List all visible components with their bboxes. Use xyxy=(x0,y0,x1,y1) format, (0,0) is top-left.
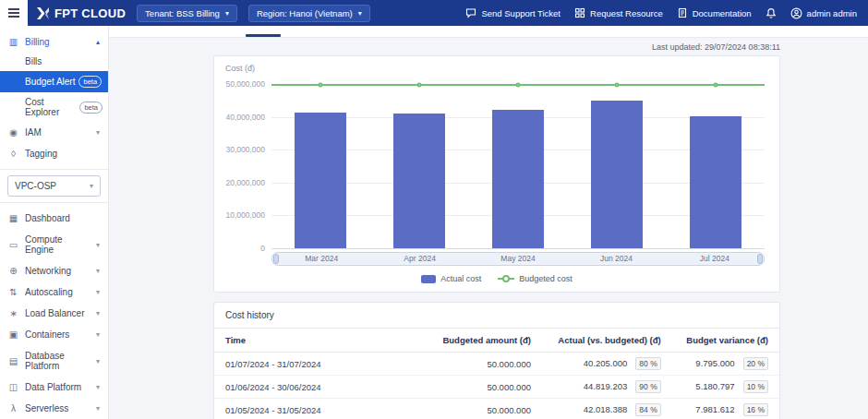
cell-value: 42.018.388 xyxy=(584,404,628,414)
user-avatar-icon xyxy=(790,7,802,19)
column-header-budgeted: Budgeted amount (đ) xyxy=(406,329,542,353)
sidebar-item-budget-alert[interactable]: Budget Alert beta xyxy=(0,71,108,92)
sidebar-item-label: Dashboard xyxy=(25,213,70,223)
y-axis-tick-label: 20,000,000 xyxy=(225,178,265,187)
bars xyxy=(271,84,765,248)
sidebar-item-label: Containers xyxy=(25,329,69,340)
hamburger-menu-icon[interactable] xyxy=(0,0,28,26)
logo-icon xyxy=(36,7,50,19)
sidebar-item-bills[interactable]: Bills xyxy=(0,52,108,71)
sidebar-item-iam[interactable]: ◉ IAM ▾ xyxy=(0,122,108,143)
active-tab-indicator[interactable] xyxy=(246,34,281,37)
tenant-selector-button[interactable]: Tenant: BSS Billing ▾ xyxy=(137,5,237,22)
cell-value: 44.819.203 xyxy=(584,381,628,391)
percent-badge: 90 % xyxy=(635,380,660,393)
beta-badge: beta xyxy=(78,76,102,88)
percent-badge: 84 % xyxy=(635,403,660,416)
y-axis-tick-label: 40,000,000 xyxy=(225,113,265,122)
header-actions: Send Support Ticket Request Resource Doc… xyxy=(465,7,868,19)
y-axis-tick-label: 50,000,000 xyxy=(225,79,265,89)
bar-jul-2024 xyxy=(690,116,741,248)
chevron-down-icon: ▾ xyxy=(96,309,100,317)
tenant-label: Tenant: BSS Billing xyxy=(145,8,220,18)
send-support-ticket-link[interactable]: Send Support Ticket xyxy=(465,7,561,18)
last-updated-text: Last updated: 29/07/2024 08:38:11 xyxy=(213,42,780,52)
chevron-down-icon: ▾ xyxy=(358,9,362,18)
notifications-bell-icon[interactable] xyxy=(766,7,777,19)
app-window: FPT CLOUD Tenant: BSS Billing ▾ Region: … xyxy=(0,0,868,419)
gridline xyxy=(271,248,765,249)
cost-history-card: Cost history Time Budgeted amount (đ) Ac… xyxy=(213,302,780,419)
sidebar-item-autoscaling[interactable]: ⇅Autoscaling▾ xyxy=(0,281,108,303)
sidebar-item-label: Serverless xyxy=(25,403,68,413)
tagging-icon: ◊ xyxy=(8,149,18,159)
page-content: Last updated: 29/07/2024 08:38:11 Cost (… xyxy=(109,38,868,419)
cost-history-table: Time Budgeted amount (đ) Actual (vs. bud… xyxy=(214,329,779,419)
cell-value: 40.205.000 xyxy=(584,358,628,368)
slider-handle-right[interactable] xyxy=(757,254,763,264)
actual-cost-swatch xyxy=(421,275,436,283)
iam-icon: ◉ xyxy=(8,127,18,138)
legend-actual-cost[interactable]: Actual cost xyxy=(421,274,481,283)
sidebar-item-networking[interactable]: ⊕Networking▾ xyxy=(0,260,108,281)
containers-icon: ▣ xyxy=(8,329,18,340)
region-label: Region: Hanoi (Vietnam) xyxy=(257,8,353,18)
sidebar-item-tagging[interactable]: ◊ Tagging xyxy=(0,143,108,164)
cell-value: 50.000.000 xyxy=(487,359,531,369)
column-header-variance: Budget variance (đ) xyxy=(672,329,779,353)
x-axis-label: Mar 2024 xyxy=(272,253,370,265)
x-axis-zoom-slider[interactable]: Mar 2024Apr 2024May 2024Jun 2024Jul 2024 xyxy=(271,252,765,266)
bar-apr-2024 xyxy=(393,114,445,248)
chevron-up-icon: ▴ xyxy=(96,38,100,46)
vpc-selector[interactable]: VPC-OSP ▾ xyxy=(7,175,101,197)
budget-line-marker xyxy=(516,83,521,88)
sidebar-item-billing[interactable]: ▥ Billing ▴ xyxy=(0,32,108,52)
sidebar-item-database-platform[interactable]: ▤Database Platform▾ xyxy=(0,345,108,377)
slider-handle-left[interactable] xyxy=(273,254,279,264)
sidebar-item-serverless[interactable]: λServerless▾ xyxy=(0,398,108,419)
sidebar-item-data-platform[interactable]: ◫Data Platform▾ xyxy=(0,377,108,398)
chevron-down-icon: ▾ xyxy=(225,9,229,18)
cell-value: 50.000.000 xyxy=(487,405,531,415)
data-platform-icon: ◫ xyxy=(8,382,18,392)
bar-slot xyxy=(370,84,469,248)
legend-budgeted-cost[interactable]: Budgeted cost xyxy=(498,274,573,283)
request-resource-icon xyxy=(574,7,585,18)
sidebar-item-dashboard[interactable]: ▦Dashboard xyxy=(0,208,108,229)
documentation-link[interactable]: Documentation xyxy=(677,7,752,18)
billing-icon: ▥ xyxy=(8,37,18,47)
sidebar: ▥ Billing ▴ Bills Budget Alert beta Cost… xyxy=(0,26,109,419)
user-menu[interactable]: admin admin xyxy=(790,7,857,19)
chevron-down-icon: ▾ xyxy=(96,404,100,413)
bar-mar-2024 xyxy=(295,113,346,248)
chart-legend: Actual cost Budgeted cost xyxy=(223,274,770,283)
cell-value: 01/07/2024 - 31/07/2024 xyxy=(225,359,321,369)
cell-value: 01/06/2024 - 30/06/2024 xyxy=(225,382,321,392)
bar-slot xyxy=(271,84,370,248)
sidebar-item-containers[interactable]: ▣Containers▾ xyxy=(0,324,108,345)
sidebar-divider xyxy=(0,202,108,203)
chevron-down-icon: ▾ xyxy=(96,267,100,275)
x-axis-label: May 2024 xyxy=(469,253,567,265)
table-row: 01/06/2024 - 30/06/202450.000.00044.819.… xyxy=(214,376,779,399)
sidebar-item-label: Database Platform xyxy=(25,351,90,371)
budget-line-marker xyxy=(319,83,323,88)
main-content: Last updated: 29/07/2024 08:38:11 Cost (… xyxy=(109,26,868,419)
dashboard-icon: ▦ xyxy=(8,213,18,223)
percent-badge: 80 % xyxy=(635,357,660,370)
sidebar-item-label: Data Platform xyxy=(25,382,81,392)
sidebar-item-cost-explorer[interactable]: Cost Explorer beta xyxy=(0,92,108,122)
sidebar-item-load-balancer[interactable]: ∗Load Balancer▾ xyxy=(0,303,108,324)
sidebar-item-compute-engine[interactable]: ▭Compute Engine▾ xyxy=(0,229,108,260)
budget-line-marker xyxy=(614,83,619,88)
cell-value: 9.795.000 xyxy=(695,358,734,368)
compute-engine-icon: ▭ xyxy=(8,240,18,250)
column-header-time: Time xyxy=(214,329,406,353)
tab-bar xyxy=(109,26,868,38)
region-selector-button[interactable]: Region: Hanoi (Vietnam) ▾ xyxy=(248,5,370,22)
bar-slot xyxy=(469,84,568,248)
chart-plot-area: 50,000,00040,000,00030,000,00020,000,000… xyxy=(271,84,765,248)
top-bar: FPT CLOUD Tenant: BSS Billing ▾ Region: … xyxy=(0,0,868,26)
x-axis-label: Jun 2024 xyxy=(567,253,665,265)
request-resource-link[interactable]: Request Resource xyxy=(574,7,663,18)
